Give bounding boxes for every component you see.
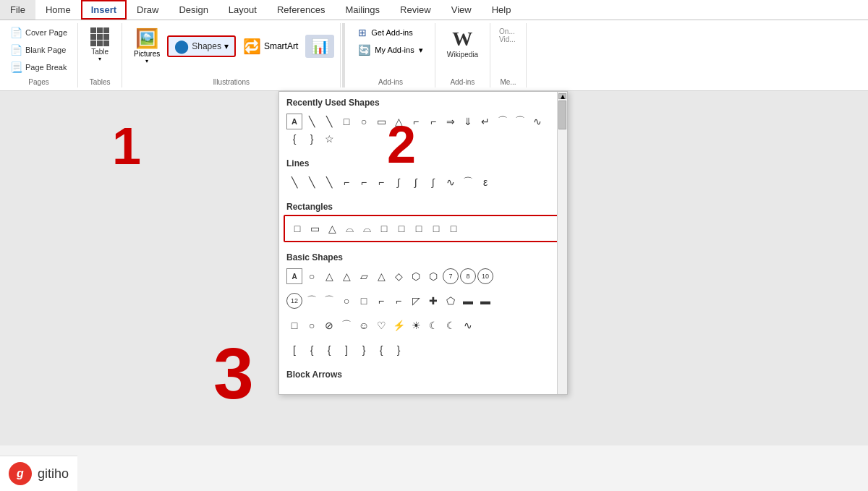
line-curved-arrow[interactable]: ∫	[408, 174, 424, 190]
line-curved-double[interactable]: ∫	[425, 174, 441, 190]
line-arrow[interactable]: ╲	[304, 174, 320, 190]
basic-smiley[interactable]: ☺	[356, 317, 372, 333]
rect-snip-diag[interactable]: □	[376, 221, 392, 236]
shape-angle-2[interactable]: ⌐	[425, 114, 441, 129]
smartart-button[interactable]: 🔁 SmartArt	[237, 35, 304, 57]
rect-snip-all[interactable]: □	[428, 221, 444, 236]
dropdown-scrollbar[interactable]: ▴	[557, 92, 567, 394]
tab-mailings[interactable]: Mailings	[335, 0, 390, 20]
line-double-arrow[interactable]: ╲	[321, 174, 337, 190]
basic-bracket-pair[interactable]: {	[373, 342, 389, 358]
line-scribble[interactable]: ⌒	[460, 174, 476, 190]
tab-help[interactable]: Help	[482, 0, 522, 20]
basic-frame[interactable]: □	[286, 317, 302, 333]
rect-snip-round[interactable]: ⌓	[359, 221, 375, 236]
basic-lightning[interactable]: ⚡	[391, 317, 407, 333]
tab-design[interactable]: Design	[169, 0, 218, 20]
tab-file[interactable]: File	[0, 0, 35, 20]
scroll-up-arrow[interactable]: ▴	[558, 93, 566, 99]
shape-text-a[interactable]: A	[286, 114, 302, 129]
basic-no-entry[interactable]: ⊘	[321, 317, 337, 333]
shape-brace-open[interactable]: {	[286, 131, 302, 147]
chart-button[interactable]: 📊	[305, 35, 334, 58]
rect-plain[interactable]: □	[289, 221, 305, 236]
shape-arrow-down[interactable]: ⇓	[460, 114, 476, 129]
table-button[interactable]: Table ▾	[84, 25, 116, 65]
basic-can[interactable]: ⌐	[373, 293, 389, 309]
rect-round-all[interactable]: □	[411, 221, 427, 236]
basic-diamond[interactable]: ◇	[391, 268, 407, 284]
basic-cube[interactable]: ⌐	[391, 293, 407, 309]
tab-review[interactable]: Review	[390, 0, 441, 20]
basic-oval[interactable]: ○	[304, 268, 320, 284]
basic-plaque[interactable]: □	[356, 293, 372, 309]
shape-brace-close[interactable]: }	[304, 131, 320, 147]
page-break-button[interactable]: 📃 Page Break	[6, 59, 72, 75]
tab-layout[interactable]: Layout	[218, 0, 267, 20]
basic-heart[interactable]: ♡	[373, 317, 389, 333]
shape-callout-2[interactable]: ⌒	[512, 114, 528, 129]
rect-snip-corner[interactable]: △	[324, 221, 340, 236]
basic-arc[interactable]: ⌒	[304, 293, 320, 309]
basic-circle-8[interactable]: 8	[460, 268, 476, 284]
basic-bracket-open[interactable]: [	[286, 342, 302, 358]
rect-plain-2[interactable]: □	[446, 221, 461, 236]
tab-references[interactable]: References	[267, 0, 335, 20]
basic-crescent-2[interactable]: ☾	[443, 317, 459, 333]
basic-circle-12[interactable]: 12	[286, 293, 302, 309]
pictures-button[interactable]: 🖼️ Pictures ▾	[128, 25, 166, 67]
shape-callout-1[interactable]: ⌒	[495, 114, 511, 129]
shape-wave[interactable]: ∿	[529, 114, 545, 129]
line-straight[interactable]: ╲	[286, 174, 302, 190]
shapes-button[interactable]: ⬤ Shapes ▾	[167, 35, 236, 57]
shape-return[interactable]: ↵	[477, 114, 493, 129]
shape-rect-1[interactable]: □	[339, 114, 354, 129]
shape-oval-1[interactable]: ○	[356, 114, 372, 129]
get-addins-button[interactable]: ⊞ Get Add-ins	[352, 25, 428, 40]
basic-parallelogram[interactable]: ▱	[356, 268, 372, 284]
basic-bar-1[interactable]: ▬	[460, 293, 476, 309]
blank-page-button[interactable]: 📄 Blank Page	[6, 42, 72, 58]
basic-sun[interactable]: ☀	[408, 317, 424, 333]
basic-wave[interactable]: ∿	[460, 317, 476, 333]
tab-insert[interactable]: Insert	[81, 0, 127, 20]
basic-bracket-close[interactable]: ]	[339, 342, 354, 358]
basic-circle-2[interactable]: ○	[339, 293, 354, 309]
basic-triangle[interactable]: △	[321, 268, 337, 284]
shape-line-1[interactable]: ╲	[304, 114, 320, 129]
basic-plus[interactable]: ✚	[425, 293, 441, 309]
basic-text-a[interactable]: A	[286, 268, 302, 284]
basic-hexagon[interactable]: ⬡	[425, 268, 441, 284]
scroll-thumb[interactable]	[558, 101, 566, 129]
cover-page-button[interactable]: 📄 Cover Page	[6, 25, 72, 40]
wikipedia-button[interactable]: W Wikipedia	[441, 25, 484, 61]
basic-brace-close[interactable]: }	[356, 342, 372, 358]
tab-home[interactable]: Home	[35, 0, 81, 20]
line-scribble-2[interactable]: ε	[477, 174, 493, 190]
basic-brace-open[interactable]: {	[304, 342, 320, 358]
tab-draw[interactable]: Draw	[127, 0, 169, 20]
line-elbow[interactable]: ⌐	[339, 174, 354, 190]
my-addins-button[interactable]: 🔄 My Add-ins ▾	[352, 42, 428, 58]
basic-pentagon-2[interactable]: ⬠	[443, 293, 459, 309]
rect-round-corner[interactable]: ▭	[307, 221, 323, 236]
line-elbow-arrow[interactable]: ⌐	[356, 174, 372, 190]
basic-wave-rect[interactable]: ⌒	[339, 317, 354, 333]
rect-snip-diag-2[interactable]: □	[393, 221, 409, 236]
line-freeform[interactable]: ∿	[443, 174, 459, 190]
shape-arrow-right[interactable]: ⇒	[443, 114, 459, 129]
basic-pentagon[interactable]: ⬡	[408, 268, 424, 284]
basic-trapezoid[interactable]: △	[373, 268, 389, 284]
dropdown-scroll[interactable]: Recently Used Shapes A ╲ ╲ □ ○ ▭ △ ⌐ ⌐ ⇒…	[279, 92, 567, 394]
shape-star[interactable]: ☆	[321, 131, 337, 147]
line-curved[interactable]: ∫	[391, 174, 407, 190]
basic-circle-10[interactable]: 10	[477, 268, 493, 284]
tab-view[interactable]: View	[441, 0, 482, 20]
basic-crescent-1[interactable]: ☾	[425, 317, 441, 333]
basic-bar-2[interactable]: ▬	[477, 293, 493, 309]
rect-round-snip[interactable]: ⌓	[341, 221, 357, 236]
basic-right-triangle[interactable]: △	[339, 268, 354, 284]
basic-donut[interactable]: ○	[304, 317, 320, 333]
basic-brace-open-2[interactable]: {	[321, 342, 337, 358]
basic-circle-7[interactable]: 7	[443, 268, 459, 284]
